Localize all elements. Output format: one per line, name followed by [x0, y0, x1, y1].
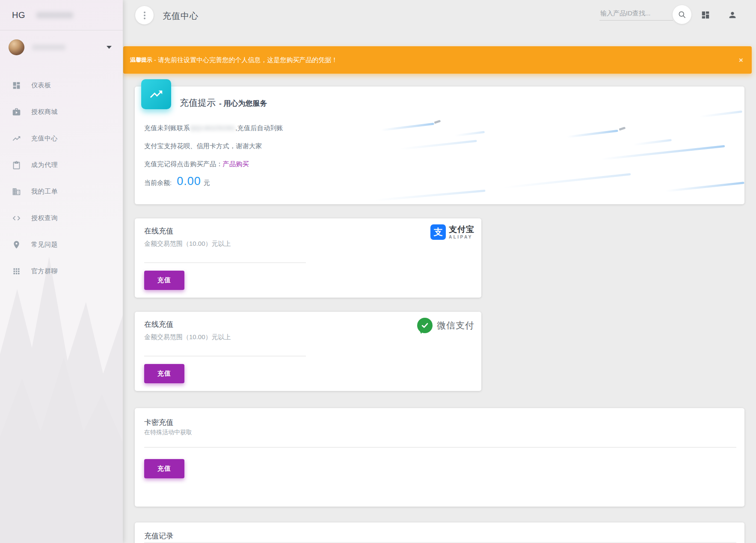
- card-subtitle: 金额交易范围（10.00）元以上: [144, 333, 231, 341]
- alipay-amount-input[interactable]: [144, 253, 306, 263]
- wechat-brand-name: 微信支付: [437, 319, 474, 331]
- cardkey-recharge-button[interactable]: 充值: [144, 459, 184, 478]
- notice-line-contact: 充值未到账联系QQ130225/281,充值后自动到账: [144, 124, 283, 132]
- user-menu[interactable]: [0, 33, 123, 61]
- sidebar-menu: 仪表板 授权商城 充值中心 成为代理 我的工单 授权查询 常见问题 官方群聊: [0, 72, 123, 284]
- card-title: 在线充值: [144, 226, 173, 236]
- banner-message: - 请先前往设置中心完善您的个人信息，这是您购买产品的凭据！: [154, 56, 338, 64]
- wechat-pay-icon: [417, 318, 433, 333]
- wechat-recharge-button[interactable]: 充值: [144, 364, 184, 383]
- card-title: 在线充值: [144, 319, 173, 329]
- sidebar-item-faq[interactable]: 常见问题: [0, 231, 123, 258]
- alipay-recharge-button[interactable]: 充值: [144, 271, 184, 290]
- dashboard-shortcut-button[interactable]: [699, 9, 712, 21]
- kebab-dots-icon: [144, 12, 145, 13]
- apps-grid-icon: [12, 267, 21, 276]
- logo-redacted-text: [36, 12, 73, 18]
- shop-play-icon: [12, 107, 21, 116]
- wechat-brand: 微信支付: [417, 318, 474, 333]
- cardkey-input[interactable]: [144, 436, 736, 448]
- sidebar-divider: [0, 30, 123, 30]
- sidebar: HG 仪表板 授权商城 充值中心 成为代理 我的工单 授权查: [0, 0, 123, 543]
- sidebar-item-label: 成为代理: [31, 161, 58, 169]
- card-subtitle: 金额交易范围（10.00）元以上: [144, 240, 231, 248]
- sidebar-item-auth-shop[interactable]: 授权商城: [0, 98, 123, 125]
- username-redacted: [32, 45, 65, 50]
- trending-up-icon: [149, 87, 163, 101]
- sidebar-item-dashboard[interactable]: 仪表板: [0, 72, 123, 98]
- card-subtitle: 在特殊活动中获取: [144, 429, 192, 436]
- sidebar-item-label: 授权商城: [31, 108, 58, 116]
- logo-row: HG: [0, 0, 123, 30]
- dashboard-icon: [12, 81, 21, 90]
- card-title: 卡密充值: [144, 418, 173, 427]
- alipay-brand: 支 支付宝 ALIPAY: [430, 224, 474, 240]
- chevron-down-icon[interactable]: [107, 46, 112, 49]
- recharge-notice-card: 充值提示 - 用心为您服务 充值未到账联系QQ130225/281,充值后自动到…: [135, 87, 744, 204]
- balance-row: 当前余额: 0.00 元: [144, 175, 210, 188]
- sidebar-item-label: 官方群聊: [31, 267, 58, 275]
- balance-unit: 元: [204, 179, 210, 187]
- balance-value: 0.00: [177, 175, 201, 188]
- balance-label: 当前余额:: [144, 179, 172, 187]
- sidebar-item-official-group[interactable]: 官方群聊: [0, 258, 123, 284]
- sidebar-item-label: 授权查询: [31, 214, 58, 222]
- clipboard-icon: [12, 161, 21, 170]
- notice-title-row: 充值提示 - 用心为您服务: [180, 97, 267, 109]
- profile-button[interactable]: [726, 9, 739, 21]
- sidebar-item-label: 常见问题: [31, 241, 58, 249]
- notice-banner: 温馨提示 - 请先前往设置中心完善您的个人信息，这是您购买产品的凭据！ ×: [123, 46, 752, 74]
- app-logo: HG: [12, 10, 25, 20]
- notice-line-alipay-support: 支付宝支持花呗、信用卡方式，谢谢大家: [144, 142, 262, 150]
- wechat-amount-input[interactable]: [144, 346, 306, 356]
- sidebar-item-label: 我的工单: [31, 188, 58, 196]
- sidebar-item-auth-query[interactable]: 授权查询: [0, 205, 123, 231]
- alipay-icon: 支: [430, 224, 446, 240]
- alipay-brand-name: 支付宝: [449, 225, 474, 233]
- sidebar-item-become-agent[interactable]: 成为代理: [0, 152, 123, 178]
- search-button[interactable]: [673, 5, 691, 24]
- dashboard-grid-icon: [701, 10, 710, 20]
- person-icon: [728, 10, 737, 20]
- kebab-menu-button[interactable]: [135, 6, 154, 24]
- alipay-brand-sub: ALIPAY: [449, 235, 474, 239]
- notice-title: 充值提示: [180, 97, 216, 109]
- search-box: [599, 8, 673, 21]
- wechat-recharge-card: 在线充值 金额交易范围（10.00）元以上 充值 微信支付: [135, 312, 481, 391]
- search-input[interactable]: [599, 8, 673, 21]
- recharge-records-card: 充值记录: [135, 522, 744, 543]
- notice-line-buy-product: 充值完记得点击购买产品：产品购买: [144, 160, 249, 168]
- close-icon[interactable]: ×: [739, 57, 743, 64]
- recharge-tile: [141, 79, 171, 109]
- sidebar-item-recharge-center[interactable]: 充值中心: [0, 125, 123, 152]
- cardkey-recharge-card: 卡密充值 在特殊活动中获取 充值: [135, 408, 744, 507]
- sidebar-item-label: 充值中心: [31, 134, 58, 143]
- sidebar-item-my-tickets[interactable]: 我的工单: [0, 178, 123, 205]
- page-title: 充值中心: [163, 10, 199, 22]
- banner-label: 温馨提示: [130, 56, 152, 64]
- redacted-qq-number: QQ130225/281: [190, 124, 235, 131]
- code-icon: [12, 214, 21, 223]
- product-purchase-link[interactable]: 产品购买: [223, 160, 249, 167]
- map-pin-icon: [12, 240, 21, 249]
- search-icon: [678, 10, 686, 19]
- alipay-recharge-card: 在线充值 金额交易范围（10.00）元以上 充值 支 支付宝 ALIPAY: [135, 218, 481, 298]
- trending-up-icon: [12, 134, 21, 143]
- building-icon: [12, 187, 21, 196]
- records-divider: [144, 542, 736, 543]
- sidebar-item-label: 仪表板: [31, 81, 51, 90]
- avatar[interactable]: [9, 39, 24, 55]
- notice-subtitle: - 用心为您服务: [219, 98, 267, 108]
- card-title: 充值记录: [144, 531, 173, 541]
